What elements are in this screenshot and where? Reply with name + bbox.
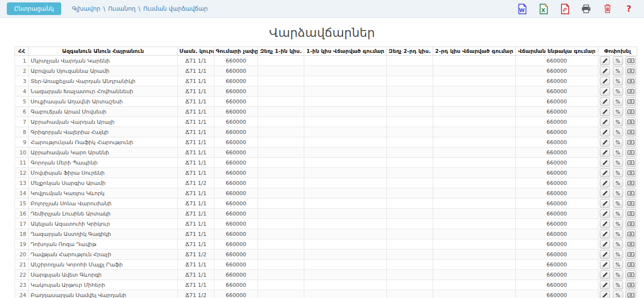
edit-button[interactable]	[600, 87, 610, 96]
paid-sem1	[304, 249, 387, 260]
payment-button[interactable]	[626, 168, 636, 177]
discount-sem2	[387, 148, 433, 158]
discount-percent-button[interactable]: %	[613, 250, 623, 259]
discount-percent-button[interactable]: %	[613, 230, 623, 238]
student-name: Կովլումյան Կառլոս Կևորկ	[29, 188, 178, 199]
row-index: 7	[15, 117, 29, 127]
payment-button[interactable]	[626, 199, 636, 208]
edit-button[interactable]	[600, 77, 610, 85]
edit-button[interactable]	[600, 107, 610, 116]
edit-button[interactable]	[600, 56, 610, 65]
edit-button[interactable]	[600, 138, 610, 147]
table-row: 20 Դավթյան Հարություն Հրաչի Ճ71 1/2 6600…	[15, 249, 637, 260]
payment-button[interactable]	[626, 107, 636, 116]
edit-button[interactable]	[600, 158, 610, 167]
edit-button[interactable]	[600, 281, 610, 289]
discount-sem2	[387, 229, 433, 239]
pdf-export-icon[interactable]	[559, 3, 570, 15]
discount-percent-button[interactable]: %	[613, 240, 623, 248]
discount-percent-button[interactable]: %	[613, 66, 623, 75]
edit-button[interactable]	[600, 168, 610, 177]
edit-button[interactable]	[600, 179, 610, 187]
discount-percent-button[interactable]: %	[613, 219, 623, 228]
menu-button[interactable]: Ընտրացանկ	[7, 2, 61, 15]
edit-button[interactable]	[600, 260, 610, 269]
discount-percent-button[interactable]: %	[613, 270, 623, 279]
excel-export-icon[interactable]: X	[538, 3, 549, 15]
edit-button[interactable]	[600, 219, 610, 228]
payable-amount: 660000	[516, 270, 598, 280]
edit-button[interactable]	[600, 128, 610, 136]
payment-button[interactable]	[626, 189, 636, 198]
edit-button[interactable]	[600, 148, 610, 157]
edit-button[interactable]	[600, 66, 610, 75]
discount-percent-button[interactable]: %	[613, 128, 623, 136]
discount-percent-button[interactable]: %	[613, 260, 623, 269]
payment-button[interactable]	[626, 97, 636, 106]
payment-button[interactable]	[626, 148, 636, 157]
discount-percent-button[interactable]: %	[613, 56, 623, 65]
payment-button[interactable]	[626, 56, 636, 65]
paid-sem1	[304, 199, 387, 209]
col-header-paid-1: 1-ին կիս Վճարված գումար	[304, 47, 387, 56]
paid-sem1	[304, 137, 387, 148]
payment-button[interactable]	[626, 179, 636, 187]
delete-icon[interactable]	[602, 3, 613, 15]
payment-button[interactable]	[626, 270, 636, 279]
print-icon[interactable]	[581, 3, 592, 15]
payment-button[interactable]	[626, 209, 636, 218]
student-name: Սարգսյան Ավետ Գևորգի	[29, 270, 178, 280]
discount-percent-button[interactable]: %	[613, 148, 623, 157]
edit-button[interactable]	[600, 97, 610, 106]
edit-button[interactable]	[600, 291, 610, 298]
discount-percent-button[interactable]: %	[613, 281, 623, 289]
specialty-course: Ճ71 1/1	[178, 188, 214, 199]
specialty-course: Ճ71 1/1	[178, 199, 214, 209]
payment-button[interactable]	[626, 77, 636, 85]
edit-button[interactable]	[600, 199, 610, 208]
payment-button[interactable]	[626, 158, 636, 167]
discount-percent-button[interactable]: %	[613, 189, 623, 198]
discount-percent-button[interactable]: %	[613, 209, 623, 218]
payment-button[interactable]	[626, 240, 636, 248]
export-toolbar: W X	[517, 3, 634, 15]
breadcrumb-tuition-fee[interactable]: Ուսման վարձավճար	[143, 5, 208, 12]
discount-percent-button[interactable]: %	[613, 291, 623, 298]
discount-percent-button[interactable]: %	[613, 77, 623, 85]
word-export-icon[interactable]: W	[517, 3, 527, 15]
discount-percent-button[interactable]: %	[613, 107, 623, 116]
breadcrumb-student[interactable]: Ուսանող	[108, 5, 136, 12]
edit-button[interactable]	[600, 189, 610, 198]
help-icon[interactable]: ?	[624, 3, 634, 15]
edit-button[interactable]	[600, 270, 610, 279]
discount-percent-button[interactable]: %	[613, 87, 623, 96]
discount-percent-button[interactable]: %	[613, 168, 623, 177]
discount-percent-button[interactable]: %	[613, 179, 623, 187]
payment-button[interactable]	[626, 117, 636, 126]
student-name: Աբովյան Սյուզաննա Արամի	[29, 66, 178, 76]
discount-percent-button[interactable]: %	[613, 138, 623, 147]
edit-button[interactable]	[600, 117, 610, 126]
row-actions: %	[598, 107, 637, 117]
discount-percent-button[interactable]: %	[613, 158, 623, 167]
payment-button[interactable]	[626, 291, 636, 298]
payment-button[interactable]	[626, 250, 636, 259]
payment-button[interactable]	[626, 281, 636, 289]
payable-amount: 660000	[516, 76, 598, 86]
discount-percent-button[interactable]: %	[613, 199, 623, 208]
fee-amount: 660000	[214, 168, 258, 178]
edit-button[interactable]	[600, 250, 610, 259]
breadcrumb-home[interactable]: Գլխավոր	[72, 5, 101, 12]
discount-percent-button[interactable]: %	[613, 117, 623, 126]
payment-button[interactable]	[626, 138, 636, 147]
edit-button[interactable]	[600, 230, 610, 238]
payment-button[interactable]	[626, 219, 636, 228]
payment-button[interactable]	[626, 260, 636, 269]
payment-button[interactable]	[626, 230, 636, 238]
edit-button[interactable]	[600, 209, 610, 218]
payment-button[interactable]	[626, 66, 636, 75]
edit-button[interactable]	[600, 240, 610, 248]
discount-percent-button[interactable]: %	[613, 97, 623, 106]
payment-button[interactable]	[626, 128, 636, 136]
payment-button[interactable]	[626, 87, 636, 96]
